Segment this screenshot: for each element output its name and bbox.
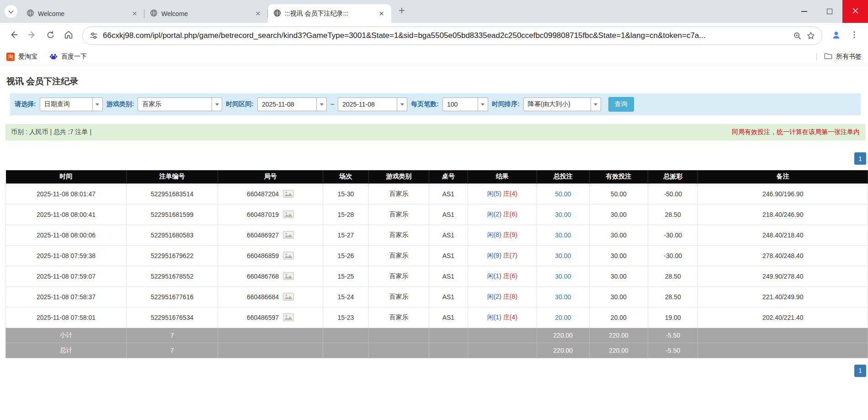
window-close-button[interactable] <box>842 0 868 23</box>
all-bookmarks[interactable]: 所有书签 <box>816 53 862 61</box>
cell-total-bet: 30.00 <box>537 266 589 286</box>
cell-game-type: 百家乐 <box>368 307 429 328</box>
table-footer-row: 小计7220.00220.00-5.50 <box>6 328 868 343</box>
select-arrow-icon[interactable] <box>478 98 488 111</box>
page-1-button[interactable]: 1 <box>854 365 866 377</box>
cell-session: 15-28 <box>323 204 369 225</box>
cell-game-type: 百家乐 <box>368 183 429 204</box>
bookmarks-bar: 淘 爱淘宝 百度一下 所有书签 <box>0 48 868 65</box>
address-bar[interactable]: 66cxkj98.com/ipl/portal.php/game/betreco… <box>82 27 822 45</box>
table-row: 2025-11-08 07:59:07522951678552660486768… <box>6 266 868 286</box>
bookmark-taobao[interactable]: 淘 爱淘宝 <box>6 53 37 61</box>
tab-close-icon[interactable] <box>254 9 262 18</box>
minimize-icon <box>801 11 807 12</box>
forward-button[interactable] <box>24 27 40 44</box>
browser-tab-active[interactable]: :::视讯 会员下注纪录::: <box>268 4 391 23</box>
round-video-icon[interactable] <box>283 293 294 301</box>
total-bet-link[interactable]: 30.00 <box>555 211 571 218</box>
date-from-select[interactable]: 2025-11-08 <box>257 97 327 111</box>
round-video-icon[interactable] <box>283 252 294 259</box>
new-tab-button[interactable] <box>395 5 409 18</box>
column-header: 注单编号 <box>127 170 218 183</box>
cell-session: 15-23 <box>323 307 369 328</box>
select-arrow-icon[interactable] <box>316 98 326 111</box>
baidu-paw-icon <box>49 52 58 62</box>
total-bet-link[interactable]: 20.00 <box>555 314 571 321</box>
site-info-icon[interactable] <box>89 31 98 40</box>
globe-favicon-icon <box>273 9 281 18</box>
select-value: 日期查询 <box>40 100 92 108</box>
cell-remark: 202.40/221.40 <box>698 307 868 328</box>
result-player: 闲(2) <box>487 210 501 218</box>
total-bet-link[interactable]: 30.00 <box>555 232 571 239</box>
table-row: 2025-11-08 07:58:01522951676534660486597… <box>6 307 868 328</box>
select-arrow-icon[interactable] <box>212 98 222 111</box>
home-button[interactable] <box>60 27 77 44</box>
cell-total-bet: 30.00 <box>537 245 589 266</box>
window-minimize-button[interactable] <box>791 0 817 23</box>
select-arrow-icon[interactable] <box>92 98 102 111</box>
total-bet-link[interactable]: 30.00 <box>555 273 571 280</box>
total-bet-link[interactable]: 50.00 <box>555 190 571 198</box>
home-icon <box>64 30 74 42</box>
browser-tab-2[interactable]: Welcome <box>144 4 268 23</box>
menu-button[interactable] <box>846 27 863 44</box>
cell-time: 2025-11-08 08:00:41 <box>6 204 127 225</box>
result-banker: 庄(8) <box>503 293 517 300</box>
back-arrow-icon <box>9 30 19 42</box>
cell-game-type: 百家乐 <box>368 286 429 307</box>
footer-empty-cell <box>218 343 323 358</box>
cell-time: 2025-11-08 07:59:38 <box>6 245 127 266</box>
close-icon <box>852 7 858 16</box>
cell-result: 闲(1) 庄(6) <box>468 266 537 286</box>
round-video-icon[interactable] <box>283 313 294 321</box>
total-bet-link[interactable]: 30.00 <box>555 293 571 301</box>
round-video-icon[interactable] <box>283 210 294 218</box>
total-bet-link[interactable]: 30.00 <box>555 252 571 259</box>
query-type-select[interactable]: 日期查询 <box>40 97 103 111</box>
table-row: 2025-11-08 07:58:37522951677616660486684… <box>6 286 868 307</box>
cell-table-no: AS1 <box>429 225 468 245</box>
browser-tab-1[interactable]: Welcome <box>21 4 144 23</box>
tab-search-button[interactable] <box>5 5 17 18</box>
cell-table-no: AS1 <box>429 266 468 286</box>
cell-valid-bet: 30.00 <box>589 266 648 286</box>
table-row: 2025-11-08 07:59:38522951679622660486859… <box>6 245 868 266</box>
round-video-icon[interactable] <box>283 231 294 239</box>
url-text[interactable]: 66cxkj98.com/ipl/portal.php/game/betreco… <box>103 31 788 40</box>
window-maximize-button[interactable] <box>817 0 842 23</box>
search-button[interactable]: 查询 <box>608 97 634 112</box>
cell-payout: -30.00 <box>648 245 698 266</box>
profile-button[interactable] <box>828 27 844 44</box>
cell-total-bet: 20.00 <box>537 307 589 328</box>
back-button[interactable] <box>5 27 22 44</box>
tab-close-icon[interactable] <box>130 9 139 18</box>
page-title: 视讯 会员下注纪录 <box>6 75 868 87</box>
round-video-icon[interactable] <box>283 190 294 198</box>
page-1-button[interactable]: 1 <box>854 152 866 165</box>
taobao-icon: 淘 <box>6 53 15 61</box>
cell-game-type: 百家乐 <box>368 204 429 225</box>
reload-button[interactable] <box>42 27 59 44</box>
cell-result: 闲(2) 庄(8) <box>468 286 537 307</box>
column-header: 有效投注 <box>589 170 648 183</box>
tab-close-icon[interactable] <box>377 9 386 18</box>
zoom-icon[interactable] <box>793 32 802 40</box>
cell-round: 660486927 <box>218 225 323 245</box>
cell-result: 闲(9) 庄(7) <box>468 245 537 266</box>
cell-remark: 218.40/246.90 <box>698 204 868 225</box>
footer-empty-cell <box>468 343 537 358</box>
table-footer-row: 总计7220.00220.00-5.50 <box>6 343 868 358</box>
profile-icon <box>831 30 841 42</box>
sort-select[interactable]: 降幂(由大到小) <box>523 97 601 111</box>
select-arrow-icon[interactable] <box>397 98 407 111</box>
date-to-select[interactable]: 2025-11-08 <box>338 97 407 111</box>
page-size-select[interactable]: 100 <box>442 97 488 111</box>
round-video-icon[interactable] <box>283 272 294 280</box>
select-arrow-icon[interactable] <box>591 98 601 111</box>
game-type-select[interactable]: 百家乐 <box>138 97 222 111</box>
cell-bet-id: 522951679622 <box>127 245 218 266</box>
bookmark-star-icon[interactable] <box>806 31 815 40</box>
cell-total-bet: 30.00 <box>537 225 589 245</box>
bookmark-baidu[interactable]: 百度一下 <box>49 52 87 62</box>
